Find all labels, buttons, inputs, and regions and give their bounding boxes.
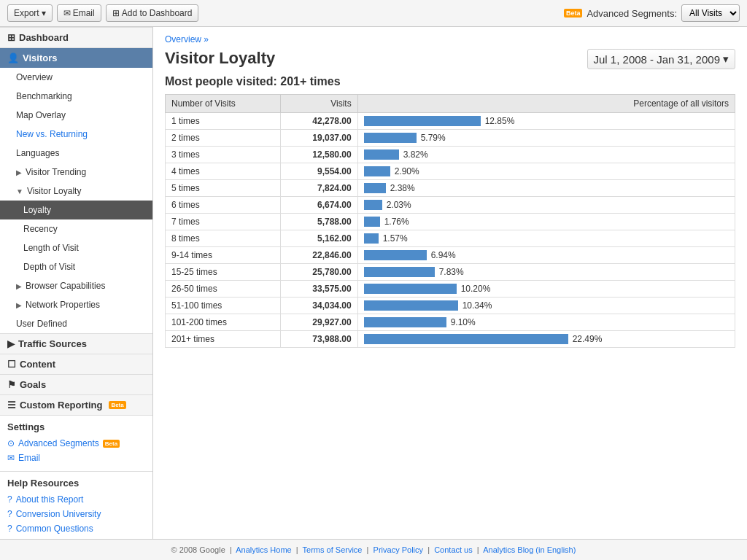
benchmarking-label: Benchmarking	[16, 91, 72, 101]
cell-bar: 2.38%	[357, 180, 735, 197]
advanced-segments-label: Advanced Segments:	[587, 8, 677, 19]
cell-bar: 6.94%	[357, 247, 735, 264]
loyalty-label: Loyalty	[23, 205, 51, 215]
cell-bar: 3.82%	[357, 147, 735, 163]
settings-email[interactable]: ✉ Email	[7, 451, 145, 465]
terms-link[interactable]: Terms of Service	[303, 545, 363, 554]
custom-reporting-icon: ☰	[7, 400, 16, 411]
export-button[interactable]: Export ▾	[7, 4, 53, 22]
date-range-button[interactable]: Jul 1, 2008 - Jan 31, 2009 ▾	[587, 49, 735, 69]
cell-visit-label: 101-200 times	[166, 314, 281, 331]
email-button[interactable]: ✉ Email	[57, 4, 101, 22]
sidebar-item-user-defined[interactable]: User Defined	[0, 314, 152, 333]
add-dashboard-button[interactable]: ⊞ Add to Dashboard	[106, 4, 199, 22]
languages-label: Languages	[16, 148, 59, 158]
sidebar-item-map-overlay[interactable]: Map Overlay	[0, 106, 152, 125]
sidebar-item-length-of-visit[interactable]: Length of Visit	[0, 238, 152, 257]
cell-visit-label: 201+ times	[166, 331, 281, 348]
custom-reporting-beta: Beta	[109, 401, 125, 409]
cell-bar: 1.57%	[357, 230, 735, 247]
most-visited: Most people visited: 201+ times	[165, 75, 735, 88]
cell-visits: 25,780.00	[280, 264, 357, 281]
sidebar: ⊞ Dashboard 👤 Visitors Overview Benchmar…	[0, 27, 153, 539]
blog-link[interactable]: Analytics Blog (in English)	[483, 545, 576, 554]
col-visits: Visits	[280, 95, 357, 113]
browser-capabilities-arrow: ▶	[16, 282, 22, 290]
sidebar-item-goals[interactable]: ⚑ Goals	[0, 374, 152, 394]
cell-visit-label: 51-100 times	[166, 298, 281, 314]
cell-visit-label: 4 times	[166, 163, 281, 180]
visitor-trending-label: Visitor Trending	[26, 167, 86, 177]
table-body: 1 times42,278.0012.85%2 times19,037.005.…	[166, 113, 735, 348]
table-row: 5 times7,824.002.38%	[166, 180, 735, 197]
help-about-report[interactable]: ? About this Report	[7, 492, 145, 507]
sidebar-item-recency[interactable]: Recency	[0, 219, 152, 238]
overview-label: Overview	[16, 72, 53, 82]
help-conversion-university[interactable]: ? Conversion University	[7, 507, 145, 521]
cell-bar: 9.10%	[357, 314, 735, 331]
sidebar-item-visitors[interactable]: 👤 Visitors	[0, 47, 152, 68]
sidebar-item-dashboard[interactable]: ⊞ Dashboard	[0, 27, 152, 47]
cell-bar: 10.20%	[357, 281, 735, 298]
content-icon: ☐	[7, 359, 16, 370]
cell-visits: 29,927.00	[280, 314, 357, 331]
sidebar-item-custom-reporting[interactable]: ☰ Custom Reporting Beta	[0, 394, 152, 415]
table-row: 26-50 times33,575.0010.20%	[166, 281, 735, 298]
map-overlay-label: Map Overlay	[16, 110, 66, 120]
table-row: 6 times6,674.002.03%	[166, 197, 735, 214]
sidebar-item-traffic-sources[interactable]: ▶ Traffic Sources	[0, 333, 152, 354]
cell-visit-label: 2 times	[166, 130, 281, 147]
segments-select[interactable]: All Visits	[681, 4, 740, 22]
sidebar-item-content[interactable]: ☐ Content	[0, 354, 152, 374]
settings-advanced-segments[interactable]: ⊙ Advanced Segments Beta	[7, 436, 145, 451]
cell-visits: 42,278.00	[280, 113, 357, 130]
page-title: Visitor Loyalty	[165, 49, 275, 68]
copyright: © 2008 Google	[171, 545, 225, 554]
sidebar-item-visitor-loyalty[interactable]: ▼ Visitor Loyalty	[0, 182, 152, 201]
sidebar-item-depth-of-visit[interactable]: Depth of Visit	[0, 257, 152, 276]
about-report-icon: ?	[7, 494, 12, 505]
advanced-segments-link: Advanced Segments	[18, 438, 99, 448]
content-area: Overview » Visitor Loyalty Jul 1, 2008 -…	[153, 27, 747, 539]
recency-label: Recency	[23, 224, 58, 234]
cell-visits: 7,824.00	[280, 180, 357, 197]
goals-icon: ⚑	[7, 379, 16, 390]
visitors-icon: 👤	[7, 52, 19, 63]
sidebar-item-loyalty[interactable]: Loyalty	[0, 201, 152, 219]
settings-email-label: Email	[18, 453, 40, 463]
table-row: 101-200 times29,927.009.10%	[166, 314, 735, 331]
data-table: Number of Visits Visits Percentage of al…	[165, 94, 735, 348]
analytics-home-link[interactable]: Analytics Home	[236, 545, 291, 554]
help-common-questions[interactable]: ? Common Questions	[7, 521, 145, 536]
sidebar-item-languages[interactable]: Languages	[0, 144, 152, 163]
contact-link[interactable]: Contact us	[434, 545, 473, 554]
add-dashboard-label: Add to Dashboard	[122, 8, 193, 18]
sidebar-item-network-properties[interactable]: ▶ Network Properties	[0, 295, 152, 314]
sidebar-item-browser-capabilities[interactable]: ▶ Browser Capabilities	[0, 276, 152, 295]
browser-capabilities-label: Browser Capabilities	[26, 281, 105, 291]
sidebar-item-new-vs-returning[interactable]: New vs. Returning	[0, 125, 152, 144]
table-row: 9-14 times22,846.006.94%	[166, 247, 735, 264]
cell-visits: 12,580.00	[280, 147, 357, 163]
breadcrumb[interactable]: Overview »	[165, 34, 735, 44]
date-range-arrow-icon: ▾	[723, 52, 729, 66]
cell-visits: 5,788.00	[280, 214, 357, 230]
privacy-link[interactable]: Privacy Policy	[374, 545, 423, 554]
sidebar-item-visitor-trending[interactable]: ▶ Visitor Trending	[0, 163, 152, 182]
table-row: 8 times5,162.001.57%	[166, 230, 735, 247]
add-dashboard-icon: ⊞	[112, 8, 120, 18]
cell-bar: 12.85%	[357, 113, 735, 130]
col-number-of-visits: Number of Visits	[166, 95, 281, 113]
sidebar-item-benchmarking[interactable]: Benchmarking	[0, 87, 152, 106]
cell-bar: 2.90%	[357, 163, 735, 180]
dashboard-label: Dashboard	[19, 32, 69, 43]
network-properties-arrow: ▶	[16, 301, 22, 309]
sidebar-item-overview[interactable]: Overview	[0, 68, 152, 87]
help-title: Help Resources	[7, 478, 145, 489]
cell-visit-label: 3 times	[166, 147, 281, 163]
user-defined-label: User Defined	[16, 319, 67, 329]
content-label: Content	[20, 359, 55, 370]
table-row: 7 times5,788.001.76%	[166, 214, 735, 230]
cell-visits: 34,034.00	[280, 298, 357, 314]
cell-bar: 5.79%	[357, 130, 735, 147]
